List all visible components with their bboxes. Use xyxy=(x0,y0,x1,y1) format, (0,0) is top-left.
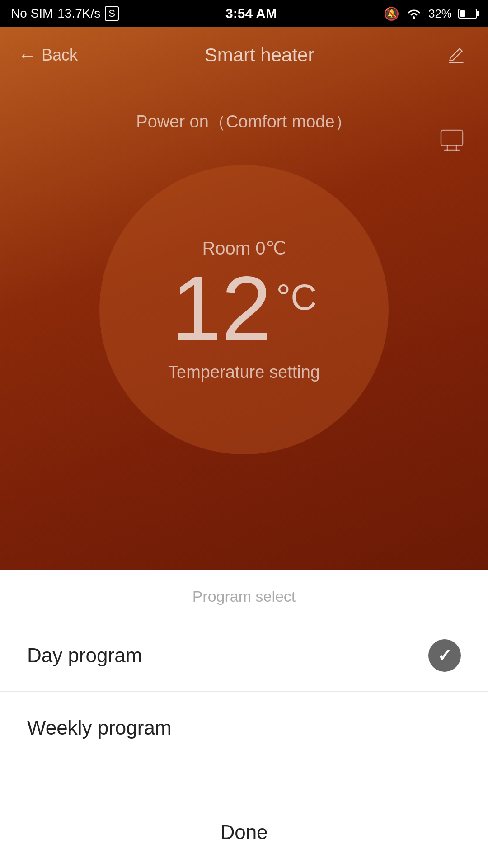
status-time: 3:54 AM xyxy=(225,6,277,21)
temperature-display: 12 °C xyxy=(171,263,317,354)
check-mark-icon: ✓ xyxy=(437,646,452,665)
done-label: Done xyxy=(220,821,267,844)
program-select-header: Program select xyxy=(0,570,488,619)
svg-point-0 xyxy=(413,17,415,19)
bottom-panel: Program select Day program ✓ Weekly prog… xyxy=(0,570,488,868)
temperature-number: 12 xyxy=(171,263,272,354)
storage-badge: S xyxy=(105,6,119,21)
room-temp-label: Room 0℃ xyxy=(202,238,286,259)
wifi-icon xyxy=(406,7,422,20)
monitor-icon-area xyxy=(438,127,465,156)
weekly-program-label: Weekly program xyxy=(27,717,172,739)
temp-setting-label: Temperature setting xyxy=(168,363,320,382)
back-button[interactable]: ← Back xyxy=(18,45,78,66)
temperature-unit: °C xyxy=(276,277,317,318)
dial-inner[interactable]: Room 0℃ 12 °C Temperature setting xyxy=(168,238,320,382)
power-status: Power on（Comfort mode） xyxy=(136,110,352,133)
svg-rect-2 xyxy=(441,130,463,146)
carrier-text: No SIM xyxy=(11,6,53,21)
battery-percent: 32% xyxy=(428,7,452,21)
bell-muted-icon: 🔕 xyxy=(384,6,399,21)
edit-icon xyxy=(446,45,465,65)
dial-container: Room 0℃ 12 °C Temperature setting xyxy=(86,151,402,468)
day-program-label: Day program xyxy=(27,644,142,667)
speed-text: 13.7K/s xyxy=(57,6,100,21)
edit-button[interactable] xyxy=(441,41,470,70)
back-label: Back xyxy=(42,46,78,65)
page-title: Smart heater xyxy=(205,44,314,66)
status-bar: No SIM 13.7K/s S 3:54 AM 🔕 32% xyxy=(0,0,488,27)
back-arrow-icon: ← xyxy=(18,45,36,66)
battery-icon xyxy=(458,9,477,19)
day-program-option[interactable]: Day program ✓ xyxy=(0,619,488,692)
monitor-icon xyxy=(438,127,465,154)
status-left: No SIM 13.7K/s S xyxy=(11,6,119,21)
main-area: ← Back Smart heater Power on（Comfort mod… xyxy=(0,27,488,570)
day-program-check: ✓ xyxy=(428,639,461,672)
top-nav: ← Back Smart heater xyxy=(0,27,488,83)
status-right: 🔕 32% xyxy=(384,6,477,21)
weekly-program-option[interactable]: Weekly program xyxy=(0,692,488,764)
done-button[interactable]: Done xyxy=(0,796,488,868)
